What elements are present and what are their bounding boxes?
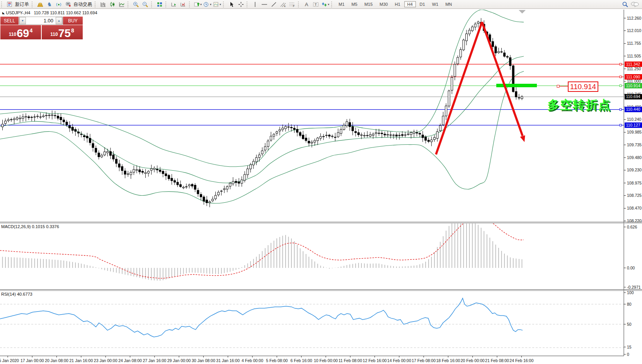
candle-body xyxy=(472,27,473,31)
crosshair-icon[interactable] xyxy=(236,0,245,8)
toolbar-grip[interactable] xyxy=(331,2,334,7)
indicators-icon[interactable]: ▾ xyxy=(193,0,203,8)
candle-body xyxy=(232,181,234,184)
line-chart-icon[interactable] xyxy=(117,0,126,8)
time-label: 11 Feb 08:00 xyxy=(339,358,362,363)
text-label-icon[interactable]: T xyxy=(311,0,320,8)
volume-increase-button[interactable]: ▲ xyxy=(56,17,62,24)
mt4-window: { "toolbar": { "new_order_label": "新订单",… xyxy=(0,0,642,364)
toolbar-grip[interactable] xyxy=(1,2,3,7)
candle-body xyxy=(258,155,260,157)
price-tag-box[interactable]: 110.914 xyxy=(568,81,598,92)
candle-body xyxy=(28,117,30,118)
hline-endpoint-111.090[interactable] xyxy=(620,76,622,78)
timeframe-m1[interactable]: M1 xyxy=(335,1,347,7)
candle-body xyxy=(460,50,461,57)
chart-canvas[interactable]: 112.260112.010111.755111.505111.250111.0… xyxy=(0,0,642,364)
candle-body xyxy=(337,133,339,137)
candle-body xyxy=(495,47,497,53)
sell-button[interactable]: SELL xyxy=(0,17,19,25)
zoom-in-icon[interactable] xyxy=(131,0,141,8)
strategy-horse-icon[interactable]: ♞ xyxy=(45,0,54,8)
candle-body xyxy=(25,117,27,117)
candle-body xyxy=(72,127,73,130)
new-order-icon[interactable] xyxy=(5,0,14,8)
volume-input[interactable]: 1.00 xyxy=(26,17,56,24)
search-icon[interactable] xyxy=(620,0,630,8)
hline-endpoint-110.914[interactable] xyxy=(620,85,622,87)
fibonacci-icon[interactable]: F xyxy=(288,0,297,8)
rsi-value: 40.6773 xyxy=(17,292,32,296)
time-label: 20 Jan 08:00 xyxy=(45,358,68,363)
candle-body xyxy=(305,138,307,141)
zoom-out-icon[interactable] xyxy=(141,0,150,8)
hline-endpoint-110.127[interactable] xyxy=(620,124,622,126)
candle-body xyxy=(121,166,123,171)
time-label: 31 Jan 16:00 xyxy=(216,358,240,363)
chat-icon[interactable] xyxy=(630,0,640,8)
bar-chart-icon[interactable] xyxy=(99,0,108,8)
buy-button[interactable]: BUY xyxy=(63,17,83,25)
timeframe-m15[interactable]: M15 xyxy=(361,1,376,7)
candle-body xyxy=(139,170,141,172)
autotrading-icon[interactable] xyxy=(63,0,73,8)
toolbar-grip[interactable] xyxy=(165,2,168,7)
signals-icon[interactable] xyxy=(54,0,63,8)
timeframe-d1[interactable]: D1 xyxy=(417,1,428,7)
turning-point-annotation[interactable]: 多空转折点 xyxy=(547,97,611,113)
candle-body xyxy=(7,120,9,121)
hline-endpoint-111.342[interactable] xyxy=(620,63,622,65)
price-badge-label: 110.694 xyxy=(626,94,640,99)
candle-body xyxy=(130,172,132,174)
candle-body xyxy=(442,116,444,125)
candle-body xyxy=(168,175,170,179)
candle-body xyxy=(366,135,368,136)
timeframe-bar: M1M5M15M30H1H4D1W1MN xyxy=(335,1,455,7)
toolbar-grip[interactable] xyxy=(128,2,130,7)
candle-body xyxy=(112,155,114,159)
templates-icon[interactable]: ▾ xyxy=(212,0,222,8)
timeframe-m30[interactable]: M30 xyxy=(376,1,391,7)
hline-endpoint-110.440[interactable] xyxy=(620,108,622,110)
time-label: 12 Feb 16:00 xyxy=(363,358,387,363)
toolbar-grip[interactable] xyxy=(247,2,249,7)
ask-price-panel[interactable]: 110 75 8 xyxy=(42,25,83,39)
bid-price-panel[interactable]: 110 69 4 xyxy=(0,25,41,39)
toolbar-grip[interactable] xyxy=(189,2,191,7)
axis-tick-label: 100 xyxy=(627,290,634,295)
channel-icon[interactable]: E xyxy=(278,0,288,8)
auto-scroll-icon[interactable] xyxy=(169,0,179,8)
new-order-button[interactable]: 新订单 xyxy=(14,1,31,8)
candle-body xyxy=(75,129,77,131)
vertical-line-icon[interactable] xyxy=(250,0,260,8)
axis-tick-label: 111.755 xyxy=(627,41,641,46)
timeframe-w1[interactable]: W1 xyxy=(429,1,442,7)
toolbar-grip[interactable] xyxy=(151,2,153,7)
trendline-icon[interactable] xyxy=(269,0,278,8)
toolbar-grip[interactable] xyxy=(32,2,34,7)
horizontal-line-icon[interactable] xyxy=(260,0,269,8)
timeframe-mn[interactable]: MN xyxy=(442,1,455,7)
candle-body xyxy=(255,157,257,162)
ask-prefix: 110 xyxy=(50,32,58,37)
cursor-icon[interactable] xyxy=(227,0,236,8)
toolbar-grip[interactable] xyxy=(95,2,97,7)
candle-chart-icon[interactable] xyxy=(108,0,117,8)
volume-decrease-button[interactable]: ▼ xyxy=(19,17,26,24)
text-icon[interactable]: A xyxy=(302,0,311,8)
rsi-name: RSI(14) xyxy=(1,292,16,296)
periods-icon[interactable]: ▾ xyxy=(203,0,212,8)
arrows-icon[interactable]: ▾ xyxy=(320,0,330,8)
toolbar-grip[interactable] xyxy=(298,2,300,7)
timeframe-h1[interactable]: H1 xyxy=(392,1,403,7)
gold-ingot-icon[interactable] xyxy=(36,0,45,8)
timeframe-h4[interactable]: H4 xyxy=(404,1,416,7)
macd-main-value: 0.1015 xyxy=(32,224,45,229)
time-label: 21 Feb 08:00 xyxy=(485,358,509,363)
chart-shift-icon[interactable] xyxy=(179,0,188,8)
toolbar-grip[interactable] xyxy=(223,2,225,7)
autotrading-button[interactable]: 自动交易 xyxy=(73,1,94,8)
tile-windows-icon[interactable] xyxy=(155,0,164,8)
timeframe-m5[interactable]: M5 xyxy=(348,1,360,7)
green-highlight-bar[interactable] xyxy=(496,84,537,87)
